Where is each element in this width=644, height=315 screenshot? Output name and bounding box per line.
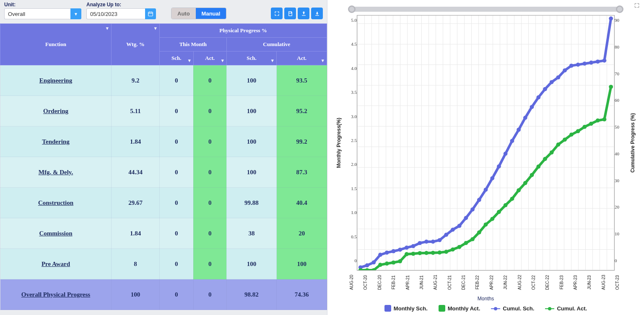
svg-point-49 <box>398 259 402 263</box>
filter-icon[interactable]: ▾ <box>271 58 274 63</box>
x-axis-label: Months <box>335 295 636 303</box>
unit-label: Unit: <box>4 2 81 8</box>
svg-point-12 <box>411 244 415 248</box>
table-row: Commission1.84003820 <box>0 218 327 249</box>
chart-plot[interactable] <box>357 15 615 271</box>
svg-point-67 <box>517 188 521 192</box>
svg-point-80 <box>602 117 607 121</box>
svg-point-21 <box>470 207 475 212</box>
wtg-cell: 5.11 <box>112 96 160 127</box>
analyze-date-input[interactable] <box>86 8 145 19</box>
svg-point-72 <box>550 150 554 155</box>
svg-point-52 <box>418 251 422 255</box>
scrub-handle-left[interactable] <box>348 5 356 13</box>
cu-act-cell: 93.5 <box>277 65 327 96</box>
svg-point-59 <box>464 241 468 245</box>
calendar-icon[interactable] <box>145 8 156 19</box>
filter-icon[interactable]: ▾ <box>221 58 224 63</box>
function-cell[interactable]: Overall Physical Progress <box>0 279 112 310</box>
mode-toggle: Auto Manual <box>171 8 226 19</box>
tm-sch-cell: 0 <box>160 96 194 127</box>
table-row: Engineering9.20010093.5 <box>0 65 327 96</box>
y-axis-right-label: Cumulative Progress (%) <box>629 15 636 271</box>
chart-legend: Monthly Sch. Monthly Act. Cumul. Sch. Cu… <box>335 303 636 313</box>
svg-point-70 <box>536 165 540 169</box>
function-cell[interactable]: Pre Award <box>0 249 112 279</box>
function-cell[interactable]: Construction <box>0 188 112 218</box>
filter-icon[interactable]: ▾ <box>106 26 109 31</box>
maximize-icon[interactable] <box>634 3 640 10</box>
function-cell[interactable]: Mfg. & Dely. <box>0 157 112 188</box>
svg-point-8 <box>385 250 389 255</box>
col-tm-sch: Sch.▾ <box>160 52 194 65</box>
table-row: Ordering5.110010095.2 <box>0 96 327 127</box>
svg-point-42 <box>609 16 613 21</box>
wtg-cell: 1.84 <box>112 218 160 249</box>
svg-point-46 <box>378 263 382 267</box>
svg-point-5 <box>365 263 369 268</box>
cu-act-cell: 95.2 <box>277 96 327 127</box>
scrub-handle-right[interactable] <box>616 5 623 13</box>
svg-point-37 <box>576 62 580 67</box>
tm-act-cell: 0 <box>193 127 226 157</box>
svg-rect-0 <box>148 12 153 16</box>
function-cell[interactable]: Commission <box>0 218 112 249</box>
svg-point-65 <box>504 203 508 207</box>
unit-select[interactable] <box>4 8 70 19</box>
svg-point-79 <box>596 119 600 123</box>
function-cell[interactable]: Tendering <box>0 127 112 157</box>
svg-point-7 <box>378 253 382 257</box>
filter-icon[interactable]: ▾ <box>188 58 191 63</box>
cu-sch-cell: 100 <box>226 65 277 96</box>
function-cell[interactable]: Ordering <box>0 96 112 127</box>
tm-sch-cell: 0 <box>160 188 194 218</box>
svg-point-75 <box>569 133 574 137</box>
svg-point-34 <box>556 75 560 80</box>
svg-point-56 <box>444 250 448 254</box>
time-scrubber[interactable] <box>352 7 620 12</box>
svg-point-38 <box>582 62 587 66</box>
toolbar: Unit: ▼ Analyze Up to: Auto Manual <box>0 1 327 23</box>
svg-point-25 <box>497 164 501 168</box>
tm-act-cell: 0 <box>193 188 226 218</box>
cu-sch-cell: 100 <box>226 127 277 157</box>
svg-point-18 <box>451 227 455 232</box>
svg-point-69 <box>530 173 534 177</box>
cu-act-cell: 99.2 <box>277 127 327 157</box>
svg-point-30 <box>530 105 534 109</box>
svg-point-54 <box>431 251 435 255</box>
svg-point-47 <box>385 261 389 266</box>
y-axis-left-ticks: 5.04.54.03.53.02.52.01.51.00.50 <box>343 15 357 271</box>
svg-point-33 <box>550 80 554 84</box>
svg-point-53 <box>424 251 428 255</box>
svg-point-61 <box>477 230 481 235</box>
svg-point-36 <box>569 64 574 68</box>
svg-point-32 <box>543 87 547 91</box>
download-icon[interactable] <box>311 8 323 19</box>
svg-point-66 <box>510 197 514 201</box>
table-row: Mfg. & Dely.44.340010087.3 <box>0 157 327 188</box>
tm-act-cell: 0 <box>193 96 226 127</box>
filter-icon[interactable]: ▾ <box>154 26 157 31</box>
filter-icon[interactable]: ▾ <box>322 58 324 63</box>
tm-sch-cell: 0 <box>160 249 194 279</box>
upload-icon[interactable] <box>298 8 309 19</box>
chevron-down-icon[interactable]: ▼ <box>70 8 81 19</box>
svg-point-35 <box>563 68 567 72</box>
function-cell[interactable]: Engineering <box>0 65 112 96</box>
auto-button[interactable]: Auto <box>171 8 196 19</box>
tm-act-cell: 0 <box>193 65 226 96</box>
expand-icon[interactable] <box>271 8 283 19</box>
cu-act-cell: 87.3 <box>277 157 327 188</box>
wtg-cell: 8 <box>112 249 160 279</box>
save-icon[interactable] <box>284 8 296 19</box>
svg-point-64 <box>497 210 501 214</box>
svg-point-40 <box>596 59 600 64</box>
analyze-label: Analyze Up to: <box>86 2 156 8</box>
svg-point-27 <box>510 139 514 143</box>
manual-button[interactable]: Manual <box>196 8 226 19</box>
legend-monthly-sch: Monthly Sch. <box>384 305 428 312</box>
svg-point-28 <box>517 128 521 132</box>
cu-sch-cell: 38 <box>226 218 277 249</box>
wtg-cell: 29.67 <box>112 188 160 218</box>
